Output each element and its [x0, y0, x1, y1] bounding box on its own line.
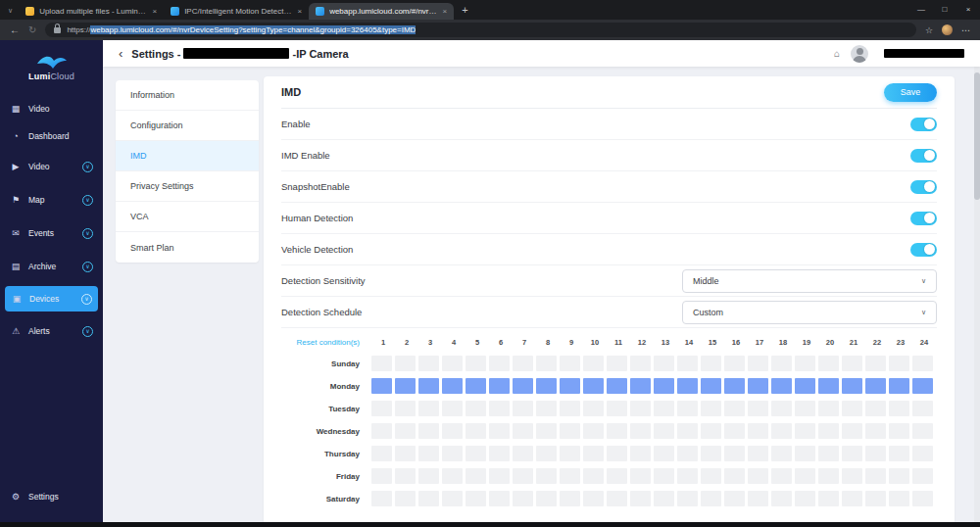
schedule-cell[interactable] — [889, 378, 909, 394]
schedule-cell[interactable] — [701, 356, 721, 371]
schedule-cell[interactable] — [912, 356, 933, 371]
chevron-down-icon[interactable]: ∨ — [82, 326, 93, 337]
page-scrollbar[interactable] — [974, 67, 980, 522]
more-menu-icon[interactable]: ⋯ — [961, 25, 970, 35]
schedule-cell[interactable] — [395, 446, 416, 461]
scrollbar-thumb[interactable] — [974, 72, 980, 200]
schedule-cell[interactable] — [489, 446, 510, 461]
detection-schedule-select[interactable]: Custom ∨ — [682, 301, 937, 324]
schedule-cell[interactable] — [865, 468, 886, 484]
schedule-cell[interactable] — [630, 378, 651, 394]
schedule-cell[interactable] — [536, 423, 557, 439]
schedule-cell[interactable] — [607, 446, 627, 461]
schedule-cell[interactable] — [654, 423, 674, 439]
schedule-cell[interactable] — [677, 491, 698, 506]
schedule-cell[interactable] — [912, 491, 933, 506]
chevron-down-icon[interactable]: ∨ — [82, 195, 93, 206]
schedule-cell[interactable] — [560, 468, 580, 484]
browser-tab-3-active[interactable]: webapp.lumicloud.com/#/nvrDe... × — [309, 3, 454, 20]
schedule-cell[interactable] — [630, 356, 651, 371]
tab-close-icon[interactable]: × — [442, 7, 447, 16]
schedule-cell[interactable] — [466, 401, 486, 416]
schedule-cell[interactable] — [748, 401, 768, 416]
schedule-cell[interactable] — [842, 446, 862, 461]
schedule-cell[interactable] — [912, 378, 933, 394]
schedule-cell[interactable] — [513, 378, 533, 394]
schedule-cell[interactable] — [536, 491, 557, 506]
schedule-cell[interactable] — [607, 378, 627, 394]
schedule-cell[interactable] — [842, 491, 862, 506]
schedule-cell[interactable] — [842, 401, 862, 416]
schedule-cell[interactable] — [724, 356, 745, 371]
schedule-cell[interactable] — [795, 446, 815, 461]
save-button[interactable]: Save — [884, 83, 937, 102]
sidebar-item-video[interactable]: ▶ Video ∨ — [0, 150, 103, 183]
nav-item-configuration[interactable]: Configuration — [116, 111, 259, 141]
schedule-cell[interactable] — [560, 401, 580, 416]
chevron-down-icon[interactable]: ∨ — [82, 262, 93, 272]
sidebar-item-devices[interactable]: ▣ Devices ∨ — [5, 286, 98, 311]
sidebar-item-dashboard[interactable]: ◔ Dashboard — [0, 122, 103, 150]
schedule-cell[interactable] — [466, 446, 486, 461]
schedule-cell[interactable] — [795, 423, 815, 439]
schedule-cell[interactable] — [513, 491, 533, 506]
schedule-cell[interactable] — [536, 401, 557, 416]
tab-actions-icon[interactable]: ∨ — [8, 7, 13, 15]
schedule-cell[interactable] — [818, 446, 839, 461]
schedule-cell[interactable] — [489, 423, 510, 439]
favorites-star-icon[interactable]: ☆ — [925, 25, 933, 35]
schedule-cell[interactable] — [442, 356, 463, 371]
sidebar-item-events[interactable]: ✉ Events ∨ — [0, 216, 103, 250]
schedule-cell[interactable] — [654, 378, 674, 394]
sidebar-item-video-wall[interactable]: ▦ Video — [0, 95, 103, 122]
schedule-cell[interactable] — [724, 401, 745, 416]
schedule-cell[interactable] — [677, 446, 698, 461]
schedule-cell[interactable] — [630, 446, 651, 461]
schedule-cell[interactable] — [865, 423, 886, 439]
schedule-cell[interactable] — [701, 423, 721, 439]
schedule-cell[interactable] — [654, 401, 674, 416]
schedule-cell[interactable] — [677, 401, 698, 416]
schedule-cell[interactable] — [466, 356, 486, 371]
schedule-cell[interactable] — [442, 423, 463, 439]
schedule-cell[interactable] — [795, 378, 815, 394]
schedule-cell[interactable] — [583, 491, 604, 506]
schedule-cell[interactable] — [865, 446, 886, 461]
schedule-cell[interactable] — [795, 491, 815, 506]
nav-item-smart-plan[interactable]: Smart Plan — [116, 232, 259, 263]
schedule-cell[interactable] — [748, 446, 768, 461]
schedule-cell[interactable] — [889, 491, 909, 506]
schedule-cell[interactable] — [560, 423, 580, 439]
schedule-cell[interactable] — [630, 401, 651, 416]
schedule-cell[interactable] — [395, 491, 416, 506]
schedule-cell[interactable] — [442, 468, 463, 484]
schedule-cell[interactable] — [842, 468, 862, 484]
schedule-cell[interactable] — [607, 401, 627, 416]
schedule-cell[interactable] — [771, 356, 792, 371]
schedule-cell[interactable] — [583, 446, 604, 461]
schedule-cell[interactable] — [489, 491, 510, 506]
nav-item-privacy-settings[interactable]: Privacy Settings — [116, 171, 259, 202]
schedule-cell[interactable] — [371, 378, 392, 394]
schedule-cell[interactable] — [607, 423, 627, 439]
schedule-cell[interactable] — [513, 356, 533, 371]
toggle-switch[interactable] — [910, 180, 937, 194]
tab-close-icon[interactable]: × — [152, 7, 157, 16]
schedule-cell[interactable] — [513, 446, 533, 461]
schedule-cell[interactable] — [418, 446, 439, 461]
schedule-cell[interactable] — [418, 491, 439, 506]
schedule-cell[interactable] — [701, 446, 721, 461]
schedule-cell[interactable] — [677, 423, 698, 439]
tab-close-icon[interactable]: × — [297, 7, 302, 16]
toggle-switch[interactable] — [910, 149, 937, 163]
schedule-cell[interactable] — [418, 423, 439, 439]
back-icon[interactable]: ← — [10, 24, 20, 35]
schedule-cell[interactable] — [818, 423, 839, 439]
sidebar-item-settings[interactable]: ⚙ Settings — [0, 483, 103, 510]
schedule-cell[interactable] — [818, 401, 839, 416]
sidebar-item-alerts[interactable]: ⚠ Alerts ∨ — [0, 314, 103, 348]
schedule-cell[interactable] — [489, 468, 510, 484]
schedule-cell[interactable] — [466, 468, 486, 484]
detection-sensitivity-select[interactable]: Middle ∨ — [682, 269, 937, 293]
schedule-cell[interactable] — [442, 446, 463, 461]
